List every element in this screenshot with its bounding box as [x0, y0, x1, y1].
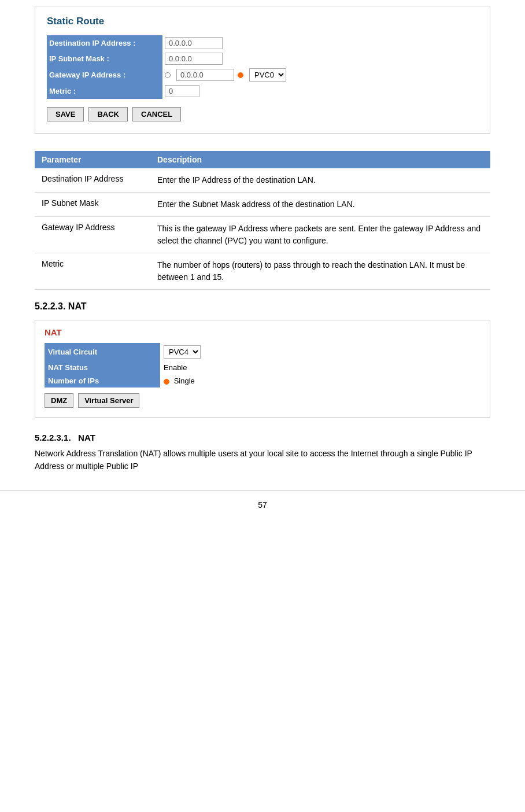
param-col1-header: Parameter — [35, 151, 150, 168]
gateway-radio-right[interactable] — [238, 72, 243, 78]
subnet-mask-input[interactable] — [165, 53, 223, 65]
virtual-circuit-row: Virtual Circuit PVC4 — [45, 343, 480, 361]
nat-status-value: Enable — [160, 361, 480, 374]
sub-heading-main: NAT — [78, 433, 95, 442]
sub-section-heading: 5.2.2.3.1. NAT — [35, 433, 490, 442]
param-row-3: Metric The number of hops (routers) to p… — [35, 253, 490, 290]
nat-status-row: NAT Status Enable — [45, 361, 480, 374]
param-desc-2: This is the gateway IP Address where pac… — [150, 217, 490, 253]
static-route-box: Static Route Destination IP Address : IP… — [35, 6, 490, 134]
sub-heading-prefix: 5.2.2.3.1. — [35, 433, 71, 442]
nat-status-label: NAT Status — [45, 361, 160, 374]
param-row-0: Destination IP Address Enter the IP Addr… — [35, 168, 490, 193]
static-route-section: Static Route Destination IP Address : IP… — [0, 0, 525, 145]
param-name-2: Gateway IP Address — [35, 217, 150, 253]
param-name-3: Metric — [35, 253, 150, 290]
destination-ip-row: Destination IP Address : — [47, 35, 478, 51]
page-number: 57 — [0, 490, 525, 515]
number-of-ips-text: Single — [174, 377, 195, 385]
subnet-mask-label: IP Subnet Mask : — [47, 51, 162, 67]
param-table: Parameter Description Destination IP Add… — [35, 151, 490, 290]
number-of-ips-value: Single — [160, 374, 480, 387]
page-wrapper: Static Route Destination IP Address : IP… — [0, 0, 525, 515]
virtual-circuit-select[interactable]: PVC4 — [164, 345, 201, 359]
sub-section-text: Network Address Translation (NAT) allows… — [35, 447, 490, 473]
static-route-title: Static Route — [47, 16, 478, 27]
gateway-radio-left[interactable] — [165, 72, 171, 78]
back-button[interactable]: BACK — [88, 107, 128, 121]
static-route-btn-row: SAVE BACK CANCEL — [47, 107, 478, 121]
save-button[interactable]: SAVE — [47, 107, 84, 121]
virtual-server-button[interactable]: Virtual Server — [78, 393, 139, 408]
subnet-mask-input-cell — [162, 51, 478, 67]
nat-section: 5.2.2.3. NAT NAT Virtual Circuit PVC4 NA… — [0, 290, 525, 433]
param-section: Parameter Description Destination IP Add… — [0, 151, 525, 290]
metric-row: Metric : — [47, 83, 478, 99]
destination-ip-label: Destination IP Address : — [47, 35, 162, 51]
sub-section: 5.2.2.3.1. NAT Network Address Translati… — [0, 433, 525, 479]
metric-input[interactable] — [165, 85, 199, 97]
metric-label: Metric : — [47, 83, 162, 99]
static-route-form-table: Destination IP Address : IP Subnet Mask … — [47, 35, 478, 99]
param-row-2: Gateway IP Address This is the gateway I… — [35, 217, 490, 253]
gateway-row: PVC0 PVC1 PVC2 PVC3 PVC4 — [165, 68, 476, 82]
gateway-pvc-select[interactable]: PVC0 PVC1 PVC2 PVC3 PVC4 — [249, 68, 286, 82]
subnet-mask-row: IP Subnet Mask : — [47, 51, 478, 67]
gateway-ip-input-cell: PVC0 PVC1 PVC2 PVC3 PVC4 — [162, 67, 478, 83]
number-of-ips-label: Number of IPs — [45, 374, 160, 387]
virtual-circuit-value: PVC4 — [160, 343, 480, 361]
param-row-1: IP Subnet Mask Enter the Subnet Mask add… — [35, 193, 490, 217]
virtual-circuit-label: Virtual Circuit — [45, 343, 160, 361]
cancel-button[interactable]: CANCEL — [132, 107, 181, 121]
gateway-ip-input[interactable] — [176, 69, 234, 81]
param-name-0: Destination IP Address — [35, 168, 150, 193]
gateway-ip-row: Gateway IP Address : PVC0 PVC1 PVC2 PVC3 — [47, 67, 478, 83]
gateway-ip-label: Gateway IP Address : — [47, 67, 162, 83]
dmz-button[interactable]: DMZ — [45, 393, 73, 408]
nat-box: NAT Virtual Circuit PVC4 NAT Status Enab… — [35, 320, 490, 418]
nat-table: Virtual Circuit PVC4 NAT Status Enable N… — [45, 343, 480, 387]
param-desc-3: The number of hops (routers) to pass thr… — [150, 253, 490, 290]
number-of-ips-row: Number of IPs Single — [45, 374, 480, 387]
destination-ip-input-cell — [162, 35, 478, 51]
param-desc-1: Enter the Subnet Mask address of the des… — [150, 193, 490, 217]
nat-section-heading: 5.2.2.3. NAT — [35, 301, 490, 312]
param-desc-0: Enter the IP Address of the destination … — [150, 168, 490, 193]
nat-box-title: NAT — [45, 327, 480, 337]
param-name-1: IP Subnet Mask — [35, 193, 150, 217]
number-of-ips-radio-dot[interactable] — [164, 379, 169, 385]
metric-input-cell — [162, 83, 478, 99]
destination-ip-input[interactable] — [165, 37, 223, 49]
nat-btn-row: DMZ Virtual Server — [45, 393, 480, 408]
param-col2-header: Description — [150, 151, 490, 168]
param-header-row: Parameter Description — [35, 151, 490, 168]
